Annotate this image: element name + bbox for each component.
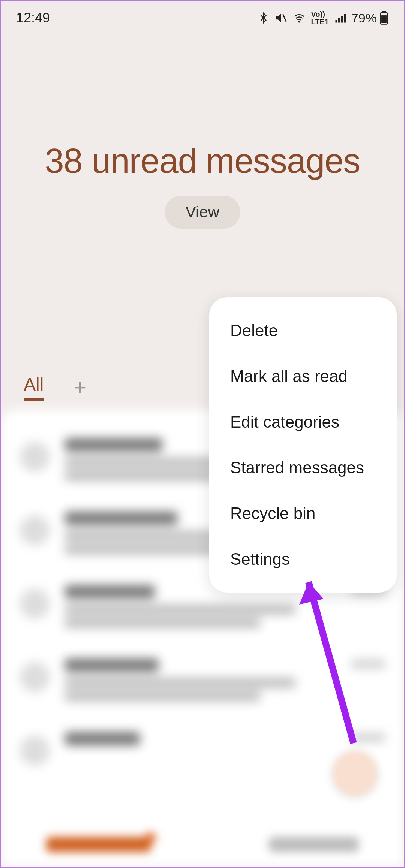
overflow-menu: Delete Mark all as read Edit categories … (209, 297, 397, 593)
bluetooth-icon (258, 12, 269, 24)
status-icons: Vo))LTE1 79% (258, 10, 389, 25)
menu-mark-all-read[interactable]: Mark all as read (209, 353, 397, 399)
battery-percent: 79% (351, 11, 377, 25)
view-button[interactable]: View (165, 196, 240, 229)
unread-count-title: 38 unread messages (45, 141, 360, 181)
menu-recycle-bin[interactable]: Recycle bin (209, 491, 397, 536)
avatar (20, 589, 50, 619)
volte-icon: Vo))LTE1 (311, 10, 329, 25)
wifi-icon (292, 12, 306, 24)
svg-rect-8 (381, 15, 387, 23)
battery-indicator: 79% (351, 11, 389, 25)
menu-delete[interactable]: Delete (209, 308, 397, 353)
bottom-nav-item[interactable] (269, 837, 359, 852)
svg-rect-4 (341, 16, 343, 23)
compose-fab[interactable] (333, 751, 378, 796)
bottom-nav (1, 822, 404, 867)
list-item[interactable] (20, 645, 385, 718)
svg-point-1 (298, 21, 300, 22)
svg-rect-3 (338, 18, 340, 23)
menu-edit-categories[interactable]: Edit categories (209, 399, 397, 445)
tab-all[interactable]: All (24, 374, 44, 401)
mute-icon (274, 12, 287, 24)
svg-line-0 (283, 14, 286, 22)
status-time: 12:49 (16, 10, 50, 26)
avatar (20, 442, 50, 472)
svg-rect-5 (344, 14, 346, 23)
avatar (20, 515, 50, 545)
menu-starred-messages[interactable]: Starred messages (209, 445, 397, 491)
bottom-nav-item[interactable] (46, 837, 151, 852)
avatar (20, 736, 50, 766)
signal-icon (334, 12, 346, 24)
status-bar: 12:49 Vo))LTE1 79% (1, 1, 404, 35)
avatar (20, 662, 50, 692)
battery-icon (379, 11, 389, 25)
list-item[interactable] (20, 718, 385, 779)
category-tabs: All + (24, 374, 87, 401)
menu-settings[interactable]: Settings (209, 536, 397, 582)
add-category-button[interactable]: + (74, 374, 87, 400)
svg-rect-2 (335, 20, 337, 23)
